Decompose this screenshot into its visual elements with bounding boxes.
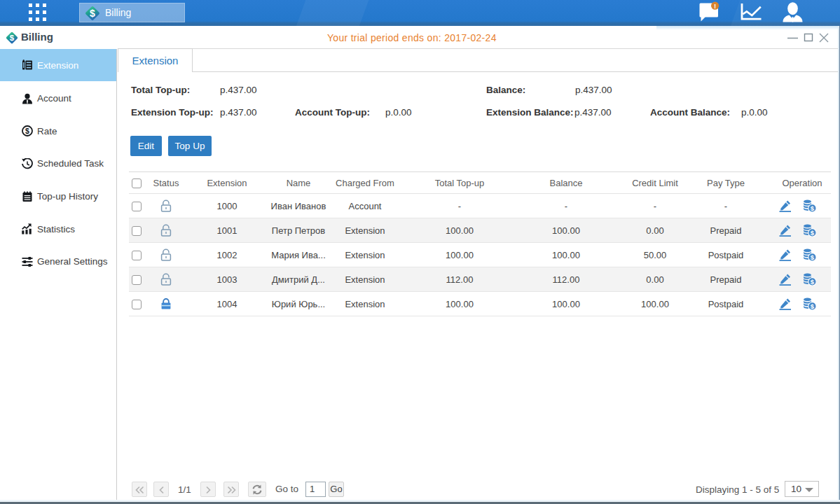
svg-text:$: $ bbox=[810, 253, 814, 261]
svg-text:$: $ bbox=[810, 278, 814, 286]
svg-text:$: $ bbox=[810, 302, 814, 310]
svg-text:$: $ bbox=[10, 34, 15, 42]
svg-text:!: ! bbox=[714, 2, 716, 10]
svg-text:$: $ bbox=[810, 229, 814, 237]
svg-text:$: $ bbox=[90, 8, 95, 19]
svg-text:$: $ bbox=[25, 127, 29, 135]
svg-text:$: $ bbox=[810, 204, 814, 212]
